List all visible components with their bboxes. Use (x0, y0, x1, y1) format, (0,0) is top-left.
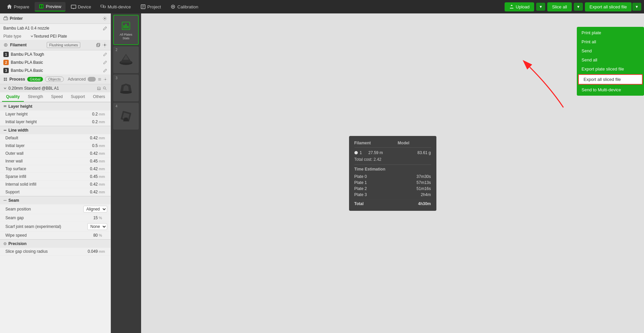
setting-seam-gap-label: Seam gap (5, 216, 74, 220)
plate-all-stats[interactable]: All PlatesStats (113, 15, 139, 45)
setting-scarf-joint-select[interactable]: None (87, 223, 107, 230)
nav-multidevice[interactable]: Multi-device (96, 2, 135, 11)
process-list-icon[interactable] (98, 77, 101, 82)
filament-remove-icon[interactable] (89, 43, 94, 47)
nav-multidevice-label: Multi-device (108, 4, 131, 9)
filament-settings-icon[interactable] (102, 43, 107, 47)
tab-quality[interactable]: Quality (2, 92, 24, 102)
upload-button[interactable]: Upload (505, 2, 534, 11)
export-caret[interactable]: ▼ (632, 3, 641, 11)
dropdown-export-plate[interactable]: Export plate sliced file (577, 64, 644, 74)
nav-preview[interactable]: Preview (35, 2, 65, 11)
dropdown-export-all[interactable]: Export all sliced file (578, 74, 643, 85)
setting-initial-layer-height-label: Initial layer height (5, 120, 74, 124)
group-line-width-icon (3, 129, 7, 132)
main-canvas: Filament Model 1 27.59 m 83.61 g Total c… (141, 13, 644, 333)
tab-others[interactable]: Others (89, 92, 109, 102)
setting-initial-layer-height-value[interactable]: 0.2 (74, 120, 98, 124)
setting-sparse-infill-value[interactable]: 0.45 (74, 174, 98, 179)
setting-inner-wall-value[interactable]: 0.45 (74, 159, 98, 163)
badge-global[interactable]: Global (27, 77, 43, 82)
setting-top-surface-label: Top surface (5, 166, 74, 171)
filament-2-name: Bambu PLA Basic (11, 60, 101, 65)
setting-inner-wall: Inner wall 0.45 mm (0, 157, 111, 165)
setting-default-value[interactable]: 0.42 (74, 136, 98, 140)
upload-caret[interactable]: ▼ (536, 3, 545, 11)
setting-layer-height-unit: mm (98, 112, 107, 116)
plate-type-row: Plate type Textured PEI Plate (0, 33, 111, 40)
nav-project[interactable]: Project (136, 2, 165, 11)
setting-outer-wall-value[interactable]: 0.42 (74, 151, 98, 156)
svg-rect-24 (6, 78, 7, 79)
setting-scarf-joint-label: Scarf joint seam (experimental) (5, 224, 87, 229)
nav-home[interactable]: Prepare (3, 2, 33, 11)
upload-label: Upload (516, 4, 529, 9)
printer-settings-icon[interactable] (102, 16, 107, 21)
export-button[interactable]: Export all sliced file (585, 2, 632, 11)
setting-seam-position-select[interactable]: Aligned (83, 206, 107, 212)
dropdown-print-all[interactable]: Print all (577, 37, 644, 46)
printer-name-row: Bambu Lab A1 0.4 nozzle (0, 24, 111, 33)
setting-sparse-infill-unit: mm (98, 175, 107, 179)
setting-internal-solid-infill-value[interactable]: 0.42 (74, 182, 98, 187)
export-label: Export all sliced file (590, 4, 627, 9)
dropdown-print-plate[interactable]: Print plate (577, 28, 644, 37)
group-line-width-label: Line width (8, 128, 28, 133)
filament-copy-icon[interactable] (96, 43, 100, 47)
tab-strength[interactable]: Strength (24, 92, 47, 102)
process-settings-icon[interactable] (103, 77, 107, 82)
filament-2-edit[interactable] (103, 60, 107, 64)
slice-button[interactable]: Slice all (547, 2, 572, 11)
filament-add-icon[interactable] (82, 43, 87, 47)
preset-caret (3, 87, 7, 90)
left-sidebar: Printer Bambu Lab A1 0.4 nozzle Plate ty… (0, 13, 111, 333)
plate-3[interactable]: 3 (113, 75, 139, 101)
filament-1-num: 1 (3, 52, 9, 57)
filament-1-edit[interactable] (103, 52, 107, 56)
svg-point-45 (120, 91, 132, 94)
tab-support[interactable]: Support (67, 92, 89, 102)
process-preset-row: 0.20mm Standard @BBL A1 (0, 84, 111, 92)
flushing-volumes-button[interactable]: Flushing volumes (47, 42, 80, 48)
svg-rect-41 (123, 25, 125, 29)
filament-label: Filament (10, 43, 45, 47)
dropdown-send[interactable]: Send (577, 46, 644, 55)
dropdown-send-all[interactable]: Send all (577, 55, 644, 64)
setting-initial-layer-unit: mm (98, 144, 107, 148)
setting-initial-layer: Initial layer 0.5 mm (0, 142, 111, 150)
setting-layer-height-value[interactable]: 0.2 (74, 112, 98, 116)
svg-rect-29 (98, 80, 101, 80)
plate-4[interactable]: 4 (113, 103, 139, 130)
badge-objects[interactable]: Objects (45, 77, 63, 82)
preset-save-icon[interactable] (97, 86, 101, 91)
setting-wipe-speed: Wipe speed 80 % (0, 232, 111, 239)
slice-caret[interactable]: ▼ (574, 3, 583, 11)
setting-wipe-speed-value[interactable]: 80 (74, 233, 98, 238)
plate-type-caret (30, 35, 34, 38)
setting-scarf-joint: Scarf joint seam (experimental) None (0, 222, 111, 232)
stats-time-plate2: Plate 2 51m16s (354, 186, 431, 192)
setting-initial-layer-value[interactable]: 0.5 (74, 143, 98, 148)
svg-point-32 (103, 87, 106, 89)
setting-wipe-speed-label: Wipe speed (5, 233, 74, 238)
filament-3-edit[interactable] (103, 68, 107, 73)
setting-seam-position: Seam position Aligned (0, 204, 111, 214)
printer-edit-icon[interactable] (103, 26, 107, 31)
process-section-header: Process Global Objects Advanced (0, 75, 111, 84)
setting-slice-gap-value[interactable]: 0.049 (74, 249, 98, 254)
setting-top-surface-value[interactable]: 0.42 (74, 166, 98, 171)
nav-device[interactable]: Device (67, 2, 95, 11)
advanced-toggle[interactable] (88, 77, 96, 82)
svg-rect-26 (6, 80, 7, 81)
nav-home-label: Prepare (14, 4, 29, 9)
tab-speed[interactable]: Speed (47, 92, 67, 102)
setting-support-value[interactable]: 0.42 (74, 190, 98, 194)
dropdown-send-multidevice[interactable]: Send to Multi-device (577, 85, 644, 94)
setting-initial-layer-height-unit: mm (98, 120, 107, 124)
setting-slice-gap-label: Slice gap closing radius (5, 249, 74, 254)
plate-2[interactable]: 2 (113, 46, 139, 73)
nav-calibration[interactable]: Calibration (166, 2, 202, 11)
preset-search-icon[interactable] (103, 86, 107, 91)
setting-seam-gap-value[interactable]: 15 (74, 216, 98, 220)
setting-layer-height: Layer height 0.2 mm (0, 110, 111, 118)
